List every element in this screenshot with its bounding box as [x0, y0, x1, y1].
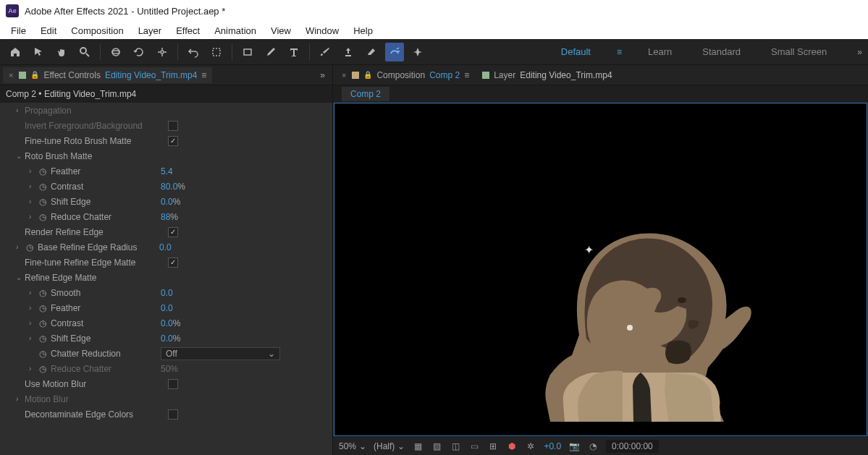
twirl-icon[interactable]: ›	[16, 395, 25, 403]
menu-help[interactable]: Help	[346, 23, 380, 38]
prop-propagation[interactable]: ›Propagation	[0, 103, 332, 118]
checkbox[interactable]	[168, 136, 178, 146]
reset-exposure-icon[interactable]: ✲	[525, 441, 536, 452]
grid-icon[interactable]: ⊞	[487, 441, 499, 452]
anchor-tool[interactable]	[153, 43, 172, 61]
rectangle-tool[interactable]	[238, 43, 257, 61]
menu-window[interactable]: Window	[298, 23, 346, 38]
twirl-icon[interactable]: ›	[29, 213, 38, 221]
brush-tool[interactable]	[316, 43, 334, 61]
puppet-tool[interactable]	[408, 43, 427, 61]
rotation-tool[interactable]	[130, 43, 148, 61]
tab-link[interactable]: Comp 2	[429, 70, 460, 80]
zoom-tool[interactable]	[75, 43, 94, 61]
clone-tool[interactable]	[339, 43, 358, 61]
timecode[interactable]: 0:00:00:00	[606, 440, 659, 453]
twirl-icon[interactable]: ›	[16, 243, 25, 251]
twirl-icon[interactable]: ›	[29, 289, 38, 297]
twirl-icon[interactable]: ›	[29, 319, 38, 327]
dropdown[interactable]: Off⌄	[161, 347, 280, 360]
twirl-icon[interactable]: ›	[29, 197, 38, 205]
menu-view[interactable]: View	[264, 23, 298, 38]
mask-tool[interactable]	[207, 43, 226, 61]
anchor-point-icon[interactable]: ✦	[584, 243, 594, 257]
pen-tool[interactable]	[261, 43, 280, 61]
channel-icon[interactable]: ⬢	[506, 441, 518, 452]
menu-file[interactable]: File	[4, 23, 33, 38]
menu-layer[interactable]: Layer	[131, 23, 169, 38]
group-refine-edge-matte[interactable]: ⌄Refine Edge Matte	[0, 270, 332, 285]
lock-icon[interactable]: 🔒	[363, 71, 372, 79]
layer-tab[interactable]: Layer Editing Video_Trim.mp4	[482, 70, 612, 80]
menu-composition[interactable]: Composition	[64, 23, 130, 38]
stopwatch-icon[interactable]: ◷	[38, 182, 48, 192]
stopwatch-icon[interactable]: ◷	[38, 166, 48, 177]
checkbox[interactable]	[168, 258, 178, 268]
stopwatch-icon[interactable]: ◷	[38, 333, 48, 344]
stopwatch-icon[interactable]: ◷	[38, 197, 48, 207]
workspace-default[interactable]: Default	[557, 46, 595, 57]
value[interactable]: 0.0	[161, 318, 173, 328]
twirl-icon[interactable]: ⌄	[16, 273, 25, 281]
value[interactable]: 80.0	[161, 182, 177, 192]
twirl-icon[interactable]: ›	[29, 304, 38, 312]
home-tool[interactable]	[6, 43, 25, 61]
viewport[interactable]: ✦	[334, 103, 867, 436]
composition-tab[interactable]: × 🔒 Composition Comp 2 ≡	[342, 70, 469, 80]
menu-edit[interactable]: Edit	[33, 23, 64, 38]
lock-icon[interactable]: 🔒	[30, 71, 39, 79]
twirl-icon[interactable]: ›	[16, 106, 25, 114]
value[interactable]: 0.0	[159, 242, 172, 252]
stopwatch-icon[interactable]: ◷	[25, 242, 35, 252]
close-icon[interactable]: ×	[9, 71, 13, 80]
eraser-tool[interactable]	[362, 43, 381, 61]
mask-toggle-icon[interactable]: ◫	[450, 441, 461, 452]
menu-effect[interactable]: Effect	[169, 23, 207, 38]
show-snapshot-icon[interactable]: ◔	[587, 441, 599, 452]
workspace-learn[interactable]: Learn	[644, 46, 676, 57]
fast-preview-icon[interactable]: ▦	[412, 441, 424, 452]
group-roto-brush-matte[interactable]: ⌄Roto Brush Matte	[0, 148, 332, 163]
resolution-dropdown[interactable]: (Half)⌄	[374, 441, 405, 451]
panel-overflow-icon[interactable]: »	[316, 70, 329, 80]
twirl-icon[interactable]: ›	[29, 182, 38, 190]
stopwatch-icon[interactable]: ◷	[38, 212, 48, 222]
workspace-overflow-icon[interactable]: »	[857, 47, 862, 57]
menu-animation[interactable]: Animation	[207, 23, 264, 38]
twirl-icon[interactable]: ›	[29, 167, 38, 175]
value[interactable]: 0.0	[161, 288, 173, 298]
tab-link[interactable]: Editing Video_Trim.mp4	[105, 70, 197, 80]
panel-menu-icon[interactable]: ≡	[464, 70, 469, 80]
value[interactable]: 0.0	[161, 303, 173, 313]
group-motion-blur[interactable]: ›Motion Blur	[0, 391, 332, 407]
twirl-icon[interactable]: ›	[29, 365, 38, 373]
type-tool[interactable]	[285, 43, 303, 61]
value[interactable]: 0.0	[161, 333, 173, 344]
workspace-menu-icon[interactable]: ≡	[617, 47, 622, 57]
workspace-standard[interactable]: Standard	[698, 46, 745, 57]
stopwatch-icon[interactable]: ◷	[38, 303, 48, 313]
comp-subtab[interactable]: Comp 2	[342, 87, 389, 101]
selection-tool[interactable]	[29, 43, 48, 61]
value[interactable]: 88	[161, 212, 170, 222]
stopwatch-icon[interactable]: ◷	[38, 318, 48, 328]
value[interactable]: 0.0	[161, 197, 173, 207]
transparency-grid-icon[interactable]: ▨	[431, 441, 442, 452]
checkbox[interactable]	[168, 409, 178, 420]
stopwatch-icon[interactable]: ◷	[38, 349, 48, 359]
panel-menu-icon[interactable]: ≡	[201, 70, 206, 80]
snapshot-icon[interactable]: 📷	[568, 441, 580, 452]
orbit-tool[interactable]	[106, 43, 125, 61]
exposure-value[interactable]: +0.0	[544, 441, 561, 451]
value[interactable]: 5.4	[161, 166, 173, 177]
checkbox[interactable]	[168, 227, 178, 237]
twirl-icon[interactable]: ⌄	[16, 152, 25, 160]
undo-tool[interactable]	[184, 43, 203, 61]
twirl-icon[interactable]: ›	[29, 334, 38, 342]
zoom-dropdown[interactable]: 50%⌄	[339, 441, 366, 451]
checkbox[interactable]	[168, 379, 178, 389]
workspace-small-screen[interactable]: Small Screen	[767, 46, 831, 57]
effect-controls-tab[interactable]: × 🔒 Effect Controls Editing Video_Trim.m…	[3, 67, 212, 83]
checkbox[interactable]	[168, 121, 178, 131]
close-icon[interactable]: ×	[342, 71, 346, 80]
